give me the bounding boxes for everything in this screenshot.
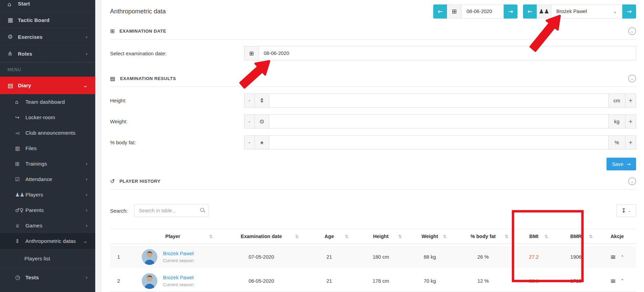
height-input[interactable] xyxy=(269,93,609,108)
height-measure-icon: ⇕ xyxy=(255,93,269,108)
sidebar-item-team-dashboard[interactable]: ⌂ Team dashboard xyxy=(0,94,95,110)
avatar[interactable] xyxy=(142,249,157,265)
calendar-icon[interactable]: ⊞ xyxy=(244,46,259,60)
players-icon[interactable]: ♟♟ xyxy=(537,4,552,19)
players-icon: ♟♟ xyxy=(15,192,25,198)
sidebar-item-diary[interactable]: ▤ Diary ⌄ xyxy=(0,77,95,94)
calendar-icon[interactable]: ⊞ xyxy=(447,4,462,19)
sort-icon[interactable]: ⇅ xyxy=(589,234,593,239)
examination-date-input[interactable] xyxy=(259,46,636,60)
player-select[interactable]: Brożek Paweł ⌄ xyxy=(552,4,622,19)
section-title: PLAYER HISTORY xyxy=(119,179,160,184)
sort-icon[interactable]: ⇅ xyxy=(209,234,213,239)
sort-icon[interactable]: ⇅ xyxy=(345,234,349,239)
sidebar-item-club-announcements[interactable]: ◅ Club announcements xyxy=(0,125,95,141)
search-label: Search: xyxy=(110,208,128,214)
cell-age: 21 xyxy=(304,270,354,292)
header-bmi[interactable]: BMI⇅ xyxy=(514,229,554,244)
avatar[interactable] xyxy=(142,273,157,289)
player-cell: Brożek Paweł Current season xyxy=(127,273,218,289)
door-icon: ↪ xyxy=(15,114,25,121)
minus-button[interactable]: - xyxy=(244,114,255,128)
player-name-link[interactable]: Brożek Paweł xyxy=(163,275,194,280)
section-divider xyxy=(110,39,636,40)
table-row: 2 Brożek Paweł Current season xyxy=(110,270,636,292)
chevron-up-icon[interactable]: ⌃ xyxy=(620,255,624,260)
plus-button[interactable]: + xyxy=(625,135,636,149)
prev-date-button[interactable]: ← xyxy=(433,4,447,19)
chevron-right-icon: › xyxy=(86,191,88,198)
save-label: Save xyxy=(612,161,623,167)
header-height[interactable]: Height⇅ xyxy=(354,229,407,244)
sort-icon[interactable]: ⇅ xyxy=(505,234,509,239)
sidebar-item-roles[interactable]: ⋔ Roles › xyxy=(0,45,95,62)
chevron-right-icon: › xyxy=(86,160,88,167)
player-select-value: Brożek Paweł xyxy=(556,9,587,14)
chevron-right-icon: › xyxy=(86,50,88,57)
main-content: Anthropometric data ← ⊞ 08-06-2020 → ← ♟… xyxy=(102,0,644,292)
actions-menu-icon[interactable]: ≡ xyxy=(610,277,616,285)
body-fat-input[interactable] xyxy=(269,135,609,149)
chevron-down-icon: ⌄ xyxy=(630,179,634,184)
collapse-section-button[interactable]: ⌄ xyxy=(628,177,636,185)
chevron-down-icon: ⌄ xyxy=(83,82,88,89)
prev-player-button[interactable]: ← xyxy=(523,4,537,19)
clock-icon: ◷ xyxy=(15,274,25,281)
sidebar-item-start[interactable]: ⌂ Start xyxy=(0,0,95,12)
collapse-section-button[interactable]: ⌄ xyxy=(628,75,636,82)
collapse-section-button[interactable]: ⌄ xyxy=(628,27,636,35)
sidebar-item-locker-room[interactable]: ↪ Locker-room xyxy=(0,110,95,125)
board-icon: ▦ xyxy=(8,16,18,23)
sidebar-item-players[interactable]: ♟♟ Players › xyxy=(0,187,95,202)
save-button[interactable]: Save → xyxy=(607,158,636,170)
sidebar-item-games[interactable]: ♕ Games › xyxy=(0,218,95,233)
header-age[interactable]: Age⇅ xyxy=(304,229,354,244)
player-history-section-header: ↺ PLAYER HISTORY ⌄ xyxy=(110,177,636,185)
row-index: 1 xyxy=(110,246,127,268)
weight-input[interactable] xyxy=(269,114,609,128)
header-bmr[interactable]: BMR⇅ xyxy=(554,229,598,244)
minus-button[interactable]: - xyxy=(244,135,255,149)
home-icon: ⌂ xyxy=(15,99,25,105)
sidebar-item-attendance[interactable]: ☑ Attendance › xyxy=(0,171,95,187)
chevron-up-icon[interactable]: ⌃ xyxy=(620,278,624,283)
plus-button[interactable]: + xyxy=(625,93,636,108)
sort-icon[interactable]: ⇅ xyxy=(544,234,548,239)
header-actions: Akcje xyxy=(598,229,636,244)
sidebar-item-files[interactable]: ▥ Files xyxy=(0,141,95,156)
header-weight[interactable]: Weight⇅ xyxy=(407,229,452,244)
height-measure-icon: ⇕ xyxy=(15,238,25,244)
cell-height: 178 cm xyxy=(354,270,407,292)
search-input[interactable] xyxy=(134,204,209,217)
header-exam-date[interactable]: Examination date⇅ xyxy=(218,229,304,244)
player-season: Current season xyxy=(163,282,194,287)
header-player[interactable]: Player⇅ xyxy=(127,229,218,244)
sidebar-item-tactic-board[interactable]: ▦ Tactic Board xyxy=(0,12,95,29)
sidebar-item-trainings[interactable]: ⊞ Trainings › xyxy=(0,156,95,171)
export-button[interactable]: ↧ ⌄ xyxy=(616,204,636,217)
body-fat-icon: ⚹ xyxy=(255,135,269,149)
sidebar-item-players-list[interactable]: Players list xyxy=(0,249,95,269)
sort-icon[interactable]: ⇅ xyxy=(295,234,299,239)
next-player-button[interactable]: → xyxy=(622,4,636,19)
calendar-icon: ⊞ xyxy=(110,28,114,34)
plus-button[interactable]: + xyxy=(625,114,636,128)
next-date-button[interactable]: → xyxy=(504,4,517,19)
history-icon: ↺ xyxy=(110,178,114,184)
sidebar-item-anthropometric-datas[interactable]: ⇕ Anthropometric datas ⌄ xyxy=(0,233,95,249)
player-history-table: Player⇅ Examination date⇅ Age⇅ Height⇅ W… xyxy=(110,227,636,292)
sidebar-item-exercises[interactable]: ⚙ Exercises › xyxy=(0,29,95,45)
header-body-fat[interactable]: % body fat⇅ xyxy=(452,229,514,244)
minus-button[interactable]: - xyxy=(244,93,255,108)
date-nav-value[interactable]: 08-06-2020 xyxy=(462,4,504,19)
trophy-icon: ♕ xyxy=(15,223,25,229)
cell-bmr: 1906 xyxy=(554,246,598,268)
chevron-right-icon: › xyxy=(86,222,88,229)
player-name-link[interactable]: Brożek Paweł xyxy=(163,251,194,256)
row-index: 2 xyxy=(110,270,127,292)
sidebar-item-tests[interactable]: ◷ Tests › xyxy=(0,269,95,286)
sidebar-item-parents[interactable]: ♂♀ Parents › xyxy=(0,202,95,218)
sort-icon[interactable]: ⇅ xyxy=(443,234,447,239)
sort-icon[interactable]: ⇅ xyxy=(398,234,402,239)
actions-menu-icon[interactable]: ≡ xyxy=(610,253,616,261)
